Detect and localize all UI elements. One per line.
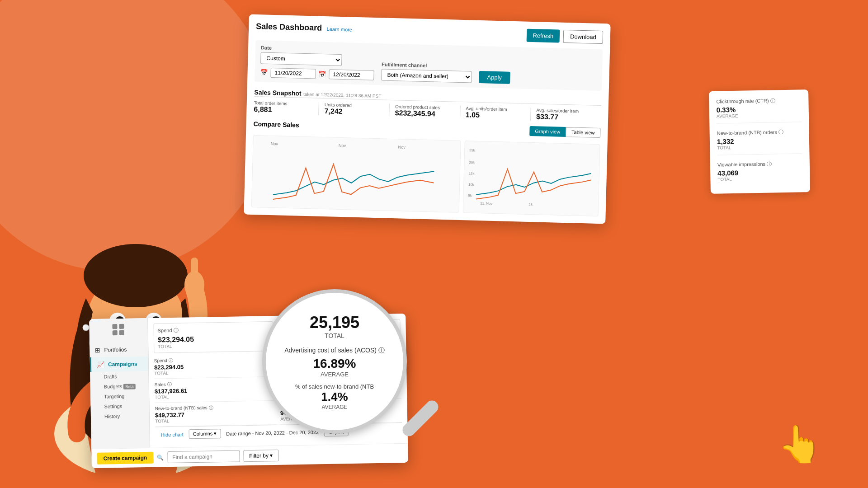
svg-point-3: [84, 244, 188, 307]
dashboard-actions: Refresh Download: [526, 29, 603, 44]
graph-view-button[interactable]: Graph view: [529, 126, 566, 137]
date-range-row: 📅 📅: [260, 67, 374, 80]
hand-cursor-icon: 👆: [778, 423, 823, 465]
sidebar-item-drafts[interactable]: Drafts: [90, 371, 148, 382]
ntb-orders-stat: New-to-brand (NTB) orders ⓘ 1,332 TOTAL: [717, 128, 802, 155]
svg-text:28.: 28.: [528, 202, 533, 206]
date-label: Date: [261, 45, 375, 53]
date-filter-group: Date Custom 📅 📅: [260, 45, 375, 80]
compare-sales-title: Compare Sales: [253, 120, 299, 129]
campaigns-icon: 📈: [97, 361, 104, 368]
find-campaign-input[interactable]: [167, 450, 240, 463]
sidebar-item-history[interactable]: History: [91, 411, 149, 422]
svg-text:10k: 10k: [468, 183, 474, 187]
date-select[interactable]: Custom: [260, 52, 342, 66]
metric-avg-sales-order: Avg. sales/order item $33.77: [531, 108, 601, 122]
filters-row: Date Custom 📅 📅 Fulfillment channel Both…: [255, 40, 603, 91]
magnifier-acos-title: Advertising cost of sales (ACOS) ⓘ: [284, 347, 385, 355]
stat-col-left: Spend ⓘ $23,294.05 TOTAL Sales ⓘ $137,92…: [154, 356, 277, 427]
metric-total-order-items: Total order items 6,881: [254, 100, 319, 115]
snapshot-subtitle: taken at 12/22/2022, 11:28:36 AM PST: [303, 92, 382, 99]
refresh-button[interactable]: Refresh: [526, 29, 560, 43]
magnifier-ntb-title: % of sales new-to-brand (NTB: [295, 383, 374, 390]
spend-row: Spend ⓘ $23,294.05 TOTAL: [154, 356, 276, 379]
magnifier-total-label: TOTAL: [325, 332, 344, 339]
date-end-input[interactable]: [329, 69, 374, 80]
table-view-button[interactable]: Table view: [566, 127, 601, 138]
sidebar-campaigns-label: Campaigns: [108, 361, 137, 367]
magnifier-total-number: 25,195: [310, 313, 359, 332]
dashboard-header: Sales Dashboard Learn more Refresh Downl…: [256, 22, 603, 44]
left-chart: Nov Nov Nov: [251, 135, 461, 213]
sidebar-item-targeting[interactable]: Targeting: [90, 391, 149, 402]
fulfillment-filter-group: Fulfillment channel Both (Amazon and sel…: [381, 61, 472, 83]
sidebar-item-settings[interactable]: Settings: [90, 401, 149, 412]
spend-stat-card: Spend ⓘ $23,294.05 TOTAL: [153, 321, 274, 353]
svg-text:5k: 5k: [468, 193, 472, 197]
sidebar-item-portfolios[interactable]: ⊞ Portfolios: [90, 342, 148, 357]
search-icon: 🔍: [157, 454, 164, 460]
sales-dashboard-panel: Sales Dashboard Learn more Refresh Downl…: [244, 14, 610, 224]
magnifier-ntb-sub: AVERAGE: [321, 404, 347, 410]
create-campaign-button[interactable]: Create campaign: [97, 452, 153, 465]
magnifier-circle: 25,195 TOTAL Advertising cost of sales (…: [262, 289, 407, 434]
apply-button[interactable]: Apply: [479, 71, 510, 84]
metric-avg-units-order: Avg. units/order item 1.05: [460, 106, 531, 121]
magnifier-ntb-value: 1.4%: [321, 390, 348, 404]
viewable-impressions-stat: Viewable impressions ⓘ 43,069 TOTAL: [717, 160, 803, 186]
magnifier-acos-sub: AVERAGE: [321, 371, 349, 378]
right-stats-panel: Clickthrough rate (CTR) ⓘ 0.33% AVERAGE …: [709, 89, 810, 194]
metric-units-ordered: Units ordered 7,242: [319, 102, 390, 117]
sidebar-item-campaigns[interactable]: 📈 Campaigns: [90, 357, 149, 372]
dashboard-title: Sales Dashboard: [256, 22, 322, 33]
compare-sales-section: Compare Sales Graph view Table view Nov …: [251, 119, 601, 216]
hide-chart-button[interactable]: Hide chart: [161, 432, 184, 437]
calendar-icon-end: 📅: [318, 70, 326, 78]
columns-button[interactable]: Columns ▾: [189, 429, 221, 439]
ctr-stat: Clickthrough rate (CTR) ⓘ 0.33% AVERAGE: [716, 97, 802, 123]
svg-text:25k: 25k: [469, 148, 475, 152]
svg-text:20k: 20k: [469, 160, 475, 164]
campaigns-sidebar: ⊞ Portfolios 📈 Campaigns Drafts Budgets …: [89, 318, 150, 449]
svg-text:15k: 15k: [469, 172, 475, 176]
sales-row: Sales ⓘ $137,926.61 TOTAL: [155, 380, 277, 403]
magnifier-overlay: 25,195 TOTAL Advertising cost of sales (…: [262, 289, 452, 434]
magnifier-handle: [400, 398, 441, 439]
filter-by-button[interactable]: Filter by ▾: [243, 450, 278, 462]
svg-text:21. Nov: 21. Nov: [480, 201, 492, 206]
right-chart: 25k 20k 15k 10k 5k 21. Nov 28.: [463, 141, 600, 216]
metrics-row: Total order items 6,881 Units ordered 7,…: [254, 96, 601, 122]
snapshot-title: Sales Snapshot: [254, 89, 302, 97]
chart-controls: Graph view Table view: [529, 126, 601, 138]
chart-area: Nov Nov Nov 25k 20k 15k 10k 5k 21. Nov: [251, 135, 600, 216]
sidebar-item-budgets[interactable]: Budgets Beta: [90, 381, 149, 392]
fulfillment-label: Fulfillment channel: [382, 61, 472, 69]
snapshot-section: Sales Snapshot taken at 12/22/2022, 11:2…: [254, 88, 601, 122]
learn-more-link[interactable]: Learn more: [327, 26, 353, 32]
svg-rect-13: [191, 258, 198, 282]
svg-text:Nov: Nov: [398, 145, 406, 150]
sidebar-portfolios-label: Portfolios: [104, 347, 127, 353]
calendar-icon-start: 📅: [260, 69, 268, 76]
date-start-input[interactable]: [270, 68, 316, 79]
portfolios-icon: ⊞: [95, 347, 100, 354]
svg-text:Nov: Nov: [339, 143, 346, 148]
download-button[interactable]: Download: [563, 30, 604, 44]
svg-text:Nov: Nov: [271, 141, 278, 146]
metric-ordered-product-sales: Ordered product sales $232,345.94: [390, 104, 461, 119]
ntb-sales-row: New-to-brand (NTB) sales ⓘ $49,732.77 TO…: [155, 404, 277, 427]
fulfillment-select[interactable]: Both (Amazon and seller): [381, 69, 472, 83]
svg-point-10: [83, 324, 89, 331]
magnifier-acos-value: 16.89%: [313, 357, 356, 371]
dashboard-title-area: Sales Dashboard Learn more: [256, 22, 352, 34]
